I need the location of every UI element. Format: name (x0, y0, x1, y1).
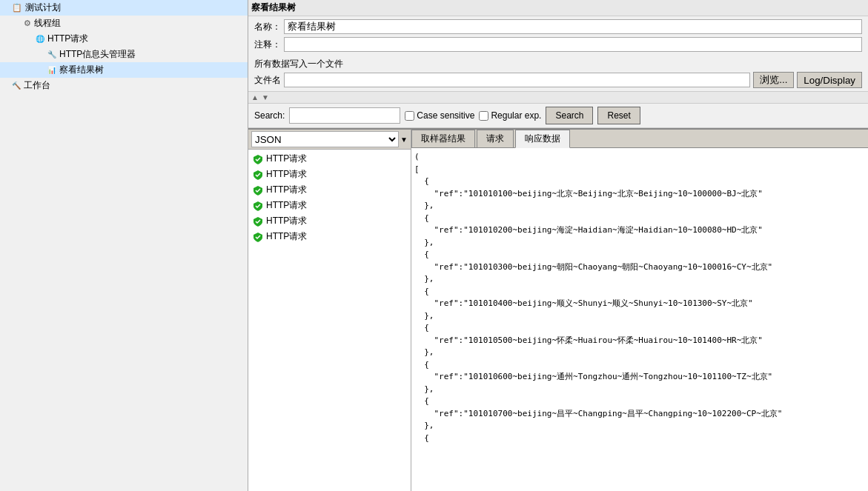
tree-item-label-1: HTTP请求 (266, 168, 307, 181)
json-tree: HTTP请求 HTTP请求 HTTP请求 (248, 150, 411, 491)
comment-input[interactable] (284, 37, 862, 52)
log-display-button[interactable]: Log/Display (797, 72, 862, 88)
case-sensitive-checkbox[interactable] (405, 111, 414, 121)
green-shield-icon-1 (253, 170, 263, 180)
tree-item-1[interactable]: HTTP请求 (250, 167, 409, 182)
http-icon: 🌐 (36, 35, 44, 43)
panel-title: 察看结果树 (248, 0, 868, 16)
tree-item-label-4: HTTP请求 (266, 215, 307, 227)
format-select[interactable]: JSON Text XML (251, 131, 399, 147)
collapse-down-icon[interactable]: ▼ (262, 93, 269, 101)
tree-item-5[interactable]: HTTP请求 (250, 229, 409, 244)
sidebar-item-label: 测试计划 (25, 1, 61, 14)
tree-item-4[interactable]: HTTP请求 (250, 213, 409, 229)
test-plan-icon: 📋 (12, 3, 22, 13)
search-label: Search: (254, 110, 285, 121)
sidebar-item-thread-group[interactable]: ⚙ 线程组 (0, 16, 248, 31)
search-button[interactable]: Search (546, 107, 593, 124)
form-area: 名称： 注释： 所有数据写入一个文件 文件名 浏览... Log/Display (248, 16, 868, 92)
green-shield-icon-5 (253, 232, 263, 242)
tree-item-3[interactable]: HTTP请求 (250, 198, 409, 213)
tree-item-0[interactable]: HTTP请求 (250, 151, 409, 167)
tree-item-label-5: HTTP请求 (266, 230, 307, 243)
filename-label: 文件名 (254, 74, 281, 87)
filename-input[interactable] (284, 73, 750, 87)
sidebar: 📋 测试计划 ⚙ 线程组 🌐 HTTP请求 🔧 HTTP信息头管理器 📊 察看结… (0, 0, 248, 491)
tab-request[interactable]: 请求 (477, 130, 514, 147)
workbench-icon: 🔨 (12, 81, 21, 90)
comment-label: 注释： (254, 39, 281, 51)
data-pane: 取样器结果 请求 响应数据 ( [ { "ref":"101010100~bei… (411, 130, 868, 491)
result-tree-icon: 📊 (47, 66, 56, 74)
tree-item-label-0: HTTP请求 (266, 153, 307, 165)
green-shield-icon-3 (253, 201, 263, 211)
tab-response-data[interactable]: 响应数据 (515, 130, 570, 148)
sidebar-item-label: HTTP请求 (47, 33, 88, 45)
collapse-bar: ▲ ▼ (248, 92, 868, 104)
browse-button[interactable]: 浏览... (753, 72, 794, 88)
name-input[interactable] (284, 19, 862, 34)
regular-exp-label[interactable]: Regular exp. (479, 110, 541, 121)
response-data-content: ( [ { "ref":"101010100~beijing~北京~Beijin… (411, 148, 868, 491)
tree-item-label-3: HTTP请求 (266, 199, 307, 212)
tabs-bar: 取样器结果 请求 响应数据 (411, 130, 868, 148)
sidebar-item-label: 线程组 (34, 17, 61, 30)
green-shield-icon-0 (253, 154, 263, 164)
case-sensitive-label[interactable]: Case sensitive (405, 110, 474, 121)
search-input[interactable] (289, 107, 400, 124)
all-data-section-label: 所有数据写入一个文件 (254, 55, 862, 72)
collapse-up-icon[interactable]: ▲ (251, 93, 259, 101)
json-pane-header: JSON Text XML ▼ (248, 130, 411, 150)
json-pane: JSON Text XML ▼ HTTP请求 (248, 130, 411, 491)
split-panel: JSON Text XML ▼ HTTP请求 (248, 128, 868, 491)
search-bar: Search: Case sensitive Regular exp. Sear… (248, 104, 868, 128)
main-panel: 察看结果树 名称： 注释： 所有数据写入一个文件 文件名 浏览... Log/D… (248, 0, 868, 491)
sidebar-item-header-manager[interactable]: 🔧 HTTP信息头管理器 (0, 47, 248, 62)
reset-button[interactable]: Reset (597, 107, 640, 124)
header-manager-icon: 🔧 (47, 50, 56, 59)
regular-exp-checkbox[interactable] (479, 111, 488, 121)
tree-item-label-2: HTTP请求 (266, 184, 307, 196)
sidebar-item-result-tree[interactable]: 📊 察看结果树 (0, 62, 248, 78)
sidebar-item-workbench[interactable]: 🔨 工作台 (0, 78, 248, 93)
green-shield-icon-4 (253, 216, 263, 227)
tree-item-2[interactable]: HTTP请求 (250, 182, 409, 198)
tab-sampler-result[interactable]: 取样器结果 (411, 130, 475, 147)
thread-group-icon: ⚙ (24, 19, 31, 28)
sidebar-item-label: 察看结果树 (59, 64, 104, 76)
sidebar-item-test-plan[interactable]: 📋 测试计划 (0, 0, 248, 16)
sidebar-item-label: HTTP信息头管理器 (59, 48, 136, 61)
green-shield-icon-2 (253, 185, 263, 196)
name-label: 名称： (254, 21, 281, 33)
sidebar-item-http-request-1[interactable]: 🌐 HTTP请求 (0, 31, 248, 47)
dropdown-arrow-icon[interactable]: ▼ (400, 136, 408, 144)
sidebar-item-label: 工作台 (24, 79, 50, 92)
